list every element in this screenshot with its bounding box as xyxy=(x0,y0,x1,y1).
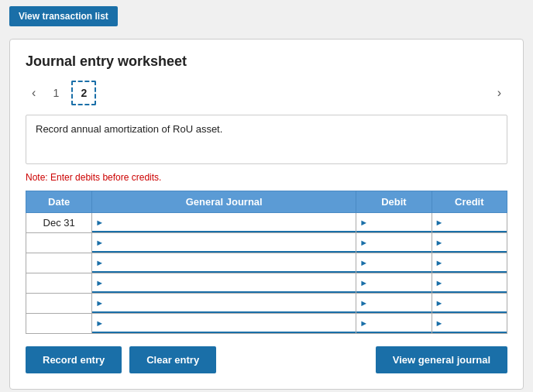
input-arrow-icon: ► xyxy=(435,218,444,227)
date-cell xyxy=(26,314,92,334)
input-arrow-icon: ► xyxy=(95,298,104,308)
input-arrow-icon: ► xyxy=(435,298,444,308)
input-arrow-icon: ► xyxy=(359,238,368,247)
table-row: ►►► xyxy=(26,273,507,294)
debit-cell[interactable]: ► xyxy=(356,273,432,294)
table-row: ►►► xyxy=(26,294,507,314)
table-row: ►►► xyxy=(26,253,507,273)
credit-cell[interactable]: ► xyxy=(432,213,507,233)
general-journal-cell[interactable]: ► xyxy=(92,233,356,253)
page-navigation: ‹ 1 2 › xyxy=(26,81,507,105)
debit-cell[interactable]: ► xyxy=(356,233,432,253)
input-arrow-icon: ► xyxy=(359,258,368,267)
general-journal-cell[interactable]: ► xyxy=(92,253,356,273)
debit-header: Debit xyxy=(356,191,432,213)
input-arrow-icon: ► xyxy=(435,278,444,287)
input-arrow-icon: ► xyxy=(359,318,368,328)
general-journal-header: General Journal xyxy=(92,191,356,213)
credit-header: Credit xyxy=(432,191,507,213)
debit-cell[interactable]: ► xyxy=(356,314,432,334)
view-transaction-button[interactable]: View transaction list xyxy=(9,6,118,26)
page-2[interactable]: 2 xyxy=(71,81,96,105)
input-arrow-icon: ► xyxy=(359,298,368,308)
input-arrow-icon: ► xyxy=(95,218,104,227)
debit-cell[interactable]: ► xyxy=(356,294,432,314)
date-cell xyxy=(26,273,92,294)
table-row: Dec 31►►► xyxy=(26,213,507,233)
input-arrow-icon: ► xyxy=(359,278,368,287)
card-title: Journal entry worksheet xyxy=(26,53,507,70)
date-header: Date xyxy=(26,191,92,213)
next-page-arrow[interactable]: › xyxy=(491,86,507,100)
credit-cell[interactable]: ► xyxy=(432,294,507,314)
input-arrow-icon: ► xyxy=(435,238,444,247)
table-row: ►►► xyxy=(26,314,507,334)
debit-cell[interactable]: ► xyxy=(356,213,432,233)
record-entry-button[interactable]: Record entry xyxy=(26,346,122,373)
page-1[interactable]: 1 xyxy=(43,81,68,105)
prev-page-arrow[interactable]: ‹ xyxy=(26,86,42,100)
action-buttons: Record entry Clear entry View general jo… xyxy=(26,346,507,373)
description-text: Record annual amortization of RoU asset. xyxy=(26,115,507,164)
input-arrow-icon: ► xyxy=(95,238,104,247)
input-arrow-icon: ► xyxy=(435,318,444,328)
credit-cell[interactable]: ► xyxy=(432,314,507,334)
journal-entry-card: Journal entry worksheet ‹ 1 2 › Record a… xyxy=(9,39,524,390)
date-cell: Dec 31 xyxy=(26,213,92,233)
general-journal-cell[interactable]: ► xyxy=(92,294,356,314)
general-journal-cell[interactable]: ► xyxy=(92,273,356,294)
note-text: Note: Enter debits before credits. xyxy=(26,172,507,183)
debit-cell[interactable]: ► xyxy=(356,253,432,273)
journal-table: Date General Journal Debit Credit Dec 31… xyxy=(26,191,507,334)
input-arrow-icon: ► xyxy=(95,318,104,328)
date-cell xyxy=(26,253,92,273)
view-general-journal-button[interactable]: View general journal xyxy=(376,346,507,373)
table-row: ►►► xyxy=(26,233,507,253)
general-journal-cell[interactable]: ► xyxy=(92,314,356,334)
input-arrow-icon: ► xyxy=(435,258,444,267)
date-cell xyxy=(26,233,92,253)
credit-cell[interactable]: ► xyxy=(432,273,507,294)
input-arrow-icon: ► xyxy=(95,258,104,267)
credit-cell[interactable]: ► xyxy=(432,253,507,273)
input-arrow-icon: ► xyxy=(95,278,104,287)
date-cell xyxy=(26,294,92,314)
credit-cell[interactable]: ► xyxy=(432,233,507,253)
input-arrow-icon: ► xyxy=(359,218,368,227)
general-journal-cell[interactable]: ► xyxy=(92,213,356,233)
clear-entry-button[interactable]: Clear entry xyxy=(129,346,216,373)
